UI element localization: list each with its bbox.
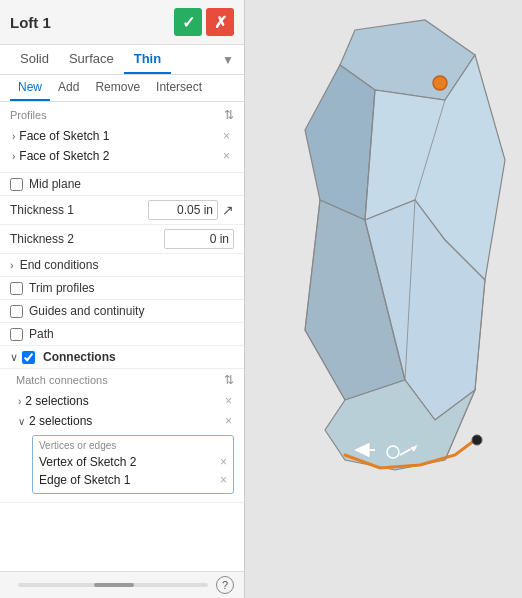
thickness1-arrow-icon[interactable]: ↗ bbox=[222, 202, 234, 218]
match-connections-section: Match connections ⇅ › 2 selections × ∨ 2… bbox=[0, 369, 244, 503]
guides-continuity-label: Guides and continuity bbox=[29, 304, 144, 318]
tab-new[interactable]: New bbox=[10, 75, 50, 101]
sort-icon[interactable]: ⇅ bbox=[224, 108, 234, 122]
selection-item-2[interactable]: ∨ 2 selections × bbox=[16, 411, 234, 431]
left-panel: Loft 1 ✓ ✗ Solid Surface Thin ▼ New Add … bbox=[0, 0, 245, 598]
path-row: Path bbox=[0, 323, 244, 346]
tabs-row2: New Add Remove Intersect bbox=[0, 75, 244, 102]
scrollbar-thumb[interactable] bbox=[94, 583, 134, 587]
trim-profiles-row: Trim profiles bbox=[0, 277, 244, 300]
end-conditions-row[interactable]: › End conditions bbox=[0, 254, 244, 277]
chevron-right-icon-1: › bbox=[12, 131, 15, 142]
sel-label-1: 2 selections bbox=[25, 394, 225, 408]
vertex-close-1[interactable]: × bbox=[220, 455, 227, 469]
path-label: Path bbox=[29, 327, 54, 341]
vertex-text-2: Edge of Sketch 1 bbox=[39, 473, 220, 487]
thickness2-input[interactable] bbox=[164, 229, 234, 249]
vertices-label: Vertices or edges bbox=[39, 440, 227, 451]
scroll-content: Profiles ⇅ › Face of Sketch 1 × › Face o… bbox=[0, 102, 244, 571]
thickness2-label: Thickness 2 bbox=[10, 232, 74, 246]
scroll-button[interactable]: ▼ bbox=[222, 53, 234, 67]
sel-close-1[interactable]: × bbox=[225, 394, 232, 408]
trim-profiles-label: Trim profiles bbox=[29, 281, 95, 295]
thickness1-input[interactable] bbox=[148, 200, 218, 220]
path-checkbox[interactable] bbox=[10, 328, 23, 341]
sel-close-2[interactable]: × bbox=[225, 414, 232, 428]
trim-profiles-checkbox[interactable] bbox=[10, 282, 23, 295]
tabs-row1: Solid Surface Thin ▼ bbox=[0, 45, 244, 75]
panel-header: Loft 1 ✓ ✗ bbox=[0, 0, 244, 45]
close-profile-1[interactable]: × bbox=[221, 129, 232, 143]
svg-point-7 bbox=[433, 76, 447, 90]
profile-item-1[interactable]: › Face of Sketch 1 × bbox=[10, 126, 234, 146]
guides-continuity-checkbox[interactable] bbox=[10, 305, 23, 318]
profiles-text: Profiles bbox=[10, 109, 47, 121]
profile-label-1: Face of Sketch 1 bbox=[19, 129, 221, 143]
tab-remove[interactable]: Remove bbox=[87, 75, 148, 101]
vertices-box: Vertices or edges Vertex of Sketch 2 × E… bbox=[32, 435, 234, 494]
header-buttons: ✓ ✗ bbox=[174, 8, 234, 36]
viewport bbox=[245, 0, 522, 598]
tab-intersect[interactable]: Intersect bbox=[148, 75, 210, 101]
guides-continuity-row: Guides and continuity bbox=[0, 300, 244, 323]
scrollbar-track[interactable] bbox=[18, 583, 208, 587]
thickness1-label: Thickness 1 bbox=[10, 203, 74, 217]
vertex-text-1: Vertex of Sketch 2 bbox=[39, 455, 220, 469]
vertex-item-2[interactable]: Edge of Sketch 1 × bbox=[39, 471, 227, 489]
tab-thin[interactable]: Thin bbox=[124, 45, 171, 74]
chevron-right-icon-2: › bbox=[12, 151, 15, 162]
mid-plane-label: Mid plane bbox=[29, 177, 81, 191]
help-icon[interactable]: ? bbox=[216, 576, 234, 594]
thickness1-row: Thickness 1 ↗ bbox=[0, 196, 244, 225]
profile-item-2[interactable]: › Face of Sketch 2 × bbox=[10, 146, 234, 166]
profiles-section: Profiles ⇅ › Face of Sketch 1 × › Face o… bbox=[0, 102, 244, 173]
connections-checkbox[interactable] bbox=[22, 351, 35, 364]
sel-chevron-down-icon-2: ∨ bbox=[18, 416, 25, 427]
thickness2-value-container bbox=[164, 229, 234, 249]
tab-solid[interactable]: Solid bbox=[10, 45, 59, 74]
end-conditions-label: End conditions bbox=[20, 258, 99, 272]
tab-add[interactable]: Add bbox=[50, 75, 87, 101]
profile-label-2: Face of Sketch 2 bbox=[19, 149, 221, 163]
match-header: Match connections ⇅ bbox=[16, 373, 234, 387]
panel-title: Loft 1 bbox=[10, 14, 51, 31]
mid-plane-checkbox[interactable] bbox=[10, 178, 23, 191]
svg-point-8 bbox=[472, 435, 482, 445]
close-profile-2[interactable]: × bbox=[221, 149, 232, 163]
match-sort-icon[interactable]: ⇅ bbox=[224, 373, 234, 387]
mid-plane-row: Mid plane bbox=[0, 173, 244, 196]
confirm-button[interactable]: ✓ bbox=[174, 8, 202, 36]
connections-chevron-icon: ∨ bbox=[10, 351, 18, 364]
profiles-label: Profiles ⇅ bbox=[10, 108, 234, 122]
cancel-button[interactable]: ✗ bbox=[206, 8, 234, 36]
connections-header[interactable]: ∨ Connections bbox=[0, 346, 244, 369]
thickness2-row: Thickness 2 bbox=[0, 225, 244, 254]
sel-label-2: 2 selections bbox=[29, 414, 225, 428]
bottom-bar: ? bbox=[0, 571, 244, 598]
tab-surface[interactable]: Surface bbox=[59, 45, 124, 74]
thickness1-value-container: ↗ bbox=[148, 200, 234, 220]
match-label: Match connections bbox=[16, 374, 108, 386]
viewport-svg bbox=[245, 0, 522, 598]
vertex-close-2[interactable]: × bbox=[220, 473, 227, 487]
end-conditions-chevron-icon: › bbox=[10, 259, 14, 271]
vertex-item-1[interactable]: Vertex of Sketch 2 × bbox=[39, 453, 227, 471]
sel-chevron-icon-1: › bbox=[18, 396, 21, 407]
selection-item-1[interactable]: › 2 selections × bbox=[16, 391, 234, 411]
connections-label: Connections bbox=[43, 350, 116, 364]
